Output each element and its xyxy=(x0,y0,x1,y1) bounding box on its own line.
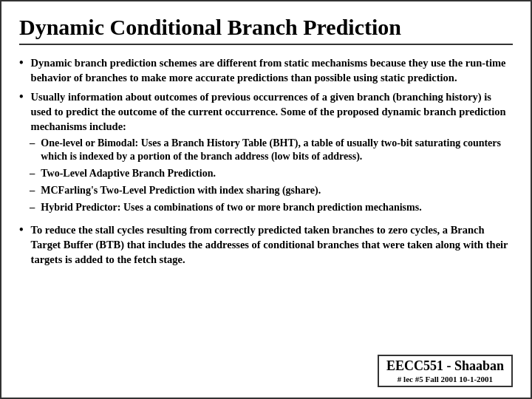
sub-bullet-item-3: – MCFarling's Two-Level Prediction with … xyxy=(30,184,513,198)
sub-bullet-text-2: Two-Level Adaptive Branch Prediction. xyxy=(41,167,216,181)
sub-bullet-item-2: – Two-Level Adaptive Branch Prediction. xyxy=(30,167,513,181)
slide-container: Dynamic Conditional Branch Prediction • … xyxy=(0,0,532,399)
sub-bullets: – One-level or Bimodal: Uses a Branch Hi… xyxy=(30,137,513,218)
bullet-item-2: • Usually information about outcomes of … xyxy=(19,89,513,218)
sub-bullet-dash-3: – xyxy=(30,184,35,197)
sub-bullet-text-3: MCFarling's Two-Level Prediction with in… xyxy=(41,184,321,198)
footer-area: EECC551 - Shaaban # lec #5 Fall 2001 10-… xyxy=(19,355,513,387)
slide-title: Dynamic Conditional Branch Prediction xyxy=(19,15,513,45)
sub-bullet-dash-1: – xyxy=(30,137,35,149)
bullet-dot-1: • xyxy=(19,56,24,69)
sub-bullet-item-4: – Hybrid Predictor: Uses a combinations … xyxy=(30,201,513,215)
bullet-text-2: Usually information about outcomes of pr… xyxy=(31,89,513,134)
bullet-text-3: To reduce the stall cycles resulting fro… xyxy=(31,222,513,267)
sub-bullet-dash-4: – xyxy=(30,201,35,214)
footer-subtitle: # lec #5 Fall 2001 10-1-2001 xyxy=(398,375,493,383)
bullet-text-1: Dynamic branch prediction schemes are di… xyxy=(31,55,513,85)
bullet-item-3: • To reduce the stall cycles resulting f… xyxy=(19,222,513,267)
bullet-item-1: • Dynamic branch prediction schemes are … xyxy=(19,55,513,85)
bullet-dot-3: • xyxy=(19,223,24,236)
sub-bullet-text-1: One-level or Bimodal: Uses a Branch Hist… xyxy=(41,137,513,165)
footer-title: EECC551 - Shaaban xyxy=(386,358,504,374)
content-area: • Dynamic branch prediction schemes are … xyxy=(19,55,513,351)
sub-bullet-text-4: Hybrid Predictor: Uses a combinations of… xyxy=(41,201,421,215)
bullet-dot-2: • xyxy=(19,90,24,103)
sub-bullet-item-1: – One-level or Bimodal: Uses a Branch Hi… xyxy=(30,137,513,165)
sub-bullet-dash-2: – xyxy=(30,167,35,180)
footer-box: EECC551 - Shaaban # lec #5 Fall 2001 10-… xyxy=(378,355,513,387)
